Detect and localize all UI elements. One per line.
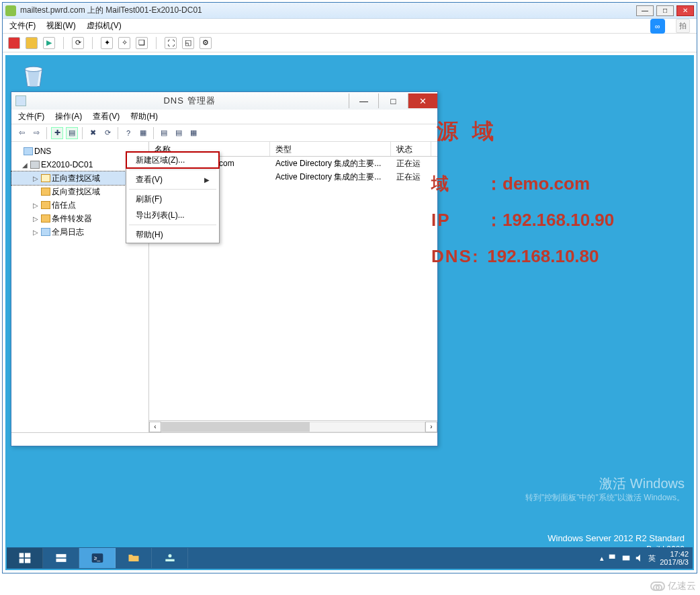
annotation-domain: 域：demo.com	[431, 172, 590, 196]
ctx-separator	[129, 189, 216, 190]
ctx-help[interactable]: 帮助(H)	[126, 227, 219, 243]
taskbar: ≥_ ▴ 英 17:42 2017/8/3	[7, 547, 693, 569]
clock[interactable]: 17:42 2017/8/3	[660, 550, 689, 566]
brand-text: 亿速云	[668, 580, 696, 592]
ctx-new-zone[interactable]: 新建区域(Z)...	[126, 152, 219, 168]
taskbar-powershell[interactable]: ≥_	[79, 548, 116, 568]
context-menu: 新建区域(Z)... 查看(V) ▶ 刷新(F) 导出列表(L)... 帮助(H…	[126, 151, 220, 243]
fullscreen-icon[interactable]: ⛶	[165, 37, 177, 49]
svg-rect-11	[623, 556, 630, 561]
tree-item-label: 信任点	[52, 200, 76, 211]
svg-rect-3	[19, 559, 24, 563]
outer-minimize-button[interactable]: —	[636, 5, 654, 16]
delete-icon[interactable]: ✖	[87, 127, 99, 139]
dns-minimize-button[interactable]: —	[349, 93, 378, 108]
network-icon[interactable]	[621, 553, 631, 563]
folder-open-icon	[41, 174, 50, 182]
new-icon[interactable]: ✚	[51, 127, 63, 139]
ime-indicator[interactable]: 英	[648, 553, 656, 563]
svg-rect-10	[165, 559, 174, 561]
flag-icon[interactable]	[608, 553, 617, 563]
cell-status: 正在运	[391, 171, 431, 183]
outer-maximize-button[interactable]: □	[656, 5, 674, 16]
dns-titlebar[interactable]: DNS 管理器 — □ ✕	[11, 92, 437, 110]
power-off-icon[interactable]	[8, 37, 20, 49]
properties-icon[interactable]: ▤	[66, 127, 78, 139]
tray-up-icon[interactable]: ▴	[600, 554, 604, 563]
outer-title-text: mailtest.pwrd.com 上的 MailTest001-Ex2010-…	[20, 5, 636, 16]
ctx-label: 导出列表(L)...	[136, 210, 185, 221]
dns-manager-window: DNS 管理器 — □ ✕ 文件(F) 操作(A) 查看(V) 帮助(H) ⇦ …	[11, 91, 438, 446]
tree-item-label: 全局日志	[52, 227, 84, 238]
snapshot-revert-icon[interactable]: ✧	[118, 37, 130, 49]
cell-status: 正在运	[391, 158, 431, 169]
menu-vm[interactable]: 虚拟机(V)	[87, 20, 122, 32]
forward-icon[interactable]: ⇨	[30, 127, 42, 139]
list2-icon[interactable]: ▤	[173, 127, 185, 139]
dns-root-icon	[24, 147, 33, 155]
snapshot-badge[interactable]: 拍	[676, 19, 690, 33]
menu-view[interactable]: 视图(W)	[46, 20, 75, 32]
ctx-refresh[interactable]: 刷新(F)	[126, 191, 219, 207]
horizontal-scrollbar[interactable]: ‹ ›	[149, 420, 437, 432]
dns-menu-action[interactable]: 操作(A)	[55, 111, 82, 122]
windows-logo-icon	[18, 551, 32, 565]
start-button[interactable]	[7, 548, 43, 568]
dns-menu-view[interactable]: 查看(V)	[93, 111, 120, 122]
dns-close-button[interactable]: ✕	[408, 93, 437, 108]
scroll-left-icon[interactable]: ‹	[149, 422, 161, 432]
dns-icon	[163, 551, 177, 565]
refresh-icon[interactable]: ⟳	[72, 37, 84, 49]
clock-time: 17:42	[660, 550, 689, 558]
system-tray[interactable]: ▴ 英 17:42 2017/8/3	[596, 550, 693, 566]
unity-icon[interactable]: ◱	[182, 37, 194, 49]
annotation-heading: 源 域	[437, 117, 498, 147]
vm-icon	[5, 5, 16, 16]
pause-icon[interactable]	[26, 37, 38, 49]
help-toolbar-icon[interactable]: ?	[122, 127, 134, 139]
scroll-track[interactable]	[161, 422, 425, 432]
ctx-export[interactable]: 导出列表(L)...	[126, 207, 219, 223]
guest-desktop[interactable]: DNS 管理器 — □ ✕ 文件(F) 操作(A) 查看(V) 帮助(H) ⇦ …	[5, 55, 694, 570]
dns-toolbar: ⇦ ⇨ ✚ ▤ ✖ ⟳ ? ▦ ▤ ▤ ▦	[11, 124, 437, 142]
snapshot-take-icon[interactable]: ✦	[101, 37, 113, 49]
recycle-bin-icon[interactable]	[19, 61, 48, 90]
cell-type: Active Directory 集成的主要...	[270, 171, 391, 183]
list-icon[interactable]: ▤	[158, 127, 170, 139]
col-type[interactable]: 类型	[270, 142, 391, 156]
taskbar-explorer[interactable]	[116, 548, 152, 568]
dns-menu-file[interactable]: 文件(F)	[18, 111, 44, 122]
scroll-thumb[interactable]	[162, 422, 310, 432]
dns-title-text: DNS 管理器	[30, 95, 349, 107]
ctx-label: 查看(V)	[136, 174, 163, 186]
col-status[interactable]: 状态	[391, 142, 431, 156]
refresh-toolbar-icon[interactable]: ⟳	[101, 127, 114, 139]
watermark-instruct: 转到"控制面板"中的"系统"以激活 Windows。	[525, 492, 685, 504]
ctx-separator	[129, 169, 216, 170]
cloud-icon[interactable]: ∞	[650, 19, 665, 34]
tree-server-label: EX2010-DC01	[41, 160, 93, 169]
watermark-edition: Windows Server 2012 R2 Standard	[548, 533, 685, 543]
scroll-right-icon[interactable]: ›	[425, 422, 437, 432]
list3-icon[interactable]: ▦	[187, 127, 200, 139]
menu-file[interactable]: 文件(F)	[9, 20, 36, 32]
ctx-view[interactable]: 查看(V) ▶	[126, 171, 219, 188]
play-icon[interactable]: ▶	[43, 37, 55, 49]
snapshot-manage-icon[interactable]: ❏	[136, 37, 148, 49]
vm-toolbar: ▶ ⟳ ✦ ✧ ❏ ⛶ ◱ ⚙	[3, 34, 697, 52]
settings-icon[interactable]: ⚙	[200, 37, 212, 49]
back-icon[interactable]: ⇦	[15, 127, 28, 139]
run-icon[interactable]: ▦	[137, 127, 149, 139]
outer-titlebar[interactable]: mailtest.pwrd.com 上的 MailTest001-Ex2010-…	[3, 3, 697, 19]
dns-maximize-button[interactable]: □	[378, 93, 408, 108]
taskbar-server-manager[interactable]	[43, 548, 79, 568]
outer-close-button[interactable]: ✕	[676, 5, 694, 16]
dns-menubar: 文件(F) 操作(A) 查看(V) 帮助(H)	[11, 110, 437, 124]
powershell-icon: ≥_	[91, 551, 104, 565]
sound-icon[interactable]	[635, 553, 644, 563]
svg-point-0	[25, 67, 42, 71]
dns-menu-help[interactable]: 帮助(H)	[130, 111, 158, 122]
taskbar-dns[interactable]	[152, 548, 188, 568]
svg-rect-5	[56, 554, 66, 557]
ctx-label: 刷新(F)	[136, 194, 162, 205]
